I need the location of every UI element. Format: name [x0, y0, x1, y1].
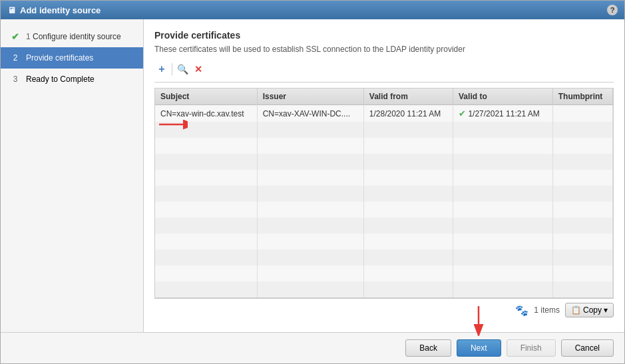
- main-content: Provide certificates These certificates …: [144, 19, 624, 332]
- toolbar: + 🔍 ✕: [154, 62, 614, 83]
- empty-row: [155, 266, 613, 281]
- valid-icon: ✔: [459, 108, 466, 118]
- empty-row: [155, 218, 613, 234]
- next-arrow-container: Next: [457, 339, 501, 357]
- help-icon[interactable]: ?: [607, 5, 618, 15]
- cell-valid-from: 1/28/2020 11:21 AM: [363, 105, 453, 122]
- empty-row: [155, 281, 613, 297]
- add-identity-source-dialog: 🖥 Add identity source ? ✔ 1 Configure id…: [0, 0, 625, 364]
- dialog-body: ✔ 1 Configure identity source 2 Provide …: [1, 19, 624, 332]
- next-arrow-indicator: [469, 303, 489, 336]
- delete-icon: ✕: [194, 64, 202, 75]
- step3-icon: 3: [10, 74, 21, 85]
- delete-button[interactable]: ✕: [191, 62, 206, 77]
- add-icon: +: [158, 63, 164, 75]
- dialog-title: Add identity source: [20, 5, 101, 15]
- items-count: 1 items: [534, 305, 560, 315]
- col-issuer: Issuer: [257, 89, 363, 105]
- step1-icon: ✔: [10, 31, 21, 42]
- section-title: Provide certificates: [154, 30, 614, 41]
- cell-issuer: CN=xav-XAV-WIN-DC....: [257, 105, 363, 122]
- sidebar-item-label-3: Ready to Complete: [26, 75, 95, 84]
- empty-row: [155, 202, 613, 218]
- col-valid-to: Valid to: [453, 89, 553, 105]
- table-footer-icon: 🐾: [515, 304, 528, 317]
- section-desc: These certificates will be used to estab…: [154, 45, 614, 54]
- sidebar-item-complete[interactable]: 3 Ready to Complete: [1, 69, 143, 90]
- cell-valid-to: ✔ 1/27/2021 11:21 AM: [453, 105, 553, 122]
- check-icon: ✔: [11, 31, 19, 42]
- empty-row: [155, 170, 613, 186]
- copy-label: Copy: [583, 305, 602, 315]
- add-button[interactable]: +: [154, 62, 169, 77]
- copy-icon: 📋: [571, 305, 581, 315]
- finish-button: Finish: [507, 339, 556, 357]
- cell-thumbprint: [552, 105, 612, 122]
- table-container: Subject Issuer Valid from Valid to Thumb…: [154, 88, 614, 298]
- back-button[interactable]: Back: [405, 339, 451, 357]
- table-section: Subject Issuer Valid from Valid to Thumb…: [154, 88, 614, 321]
- sidebar-item-label-1: 1 Configure identity source: [26, 32, 121, 41]
- empty-row: [155, 250, 613, 266]
- search-button[interactable]: 🔍: [175, 62, 190, 77]
- copy-dropdown-icon: ▾: [604, 305, 608, 315]
- empty-row: [155, 138, 613, 154]
- cell-valid-to-text: 1/27/2021 11:21 AM: [468, 109, 539, 118]
- sidebar-item-certificates[interactable]: 2 Provide certificates: [1, 47, 143, 69]
- empty-row: [155, 154, 613, 170]
- dialog-icon: 🖥: [7, 5, 16, 15]
- copy-button[interactable]: 📋 Copy ▾: [565, 303, 614, 317]
- sidebar: ✔ 1 Configure identity source 2 Provide …: [1, 19, 144, 332]
- sidebar-item-label-2: Provide certificates: [26, 53, 93, 63]
- table-header-row: Subject Issuer Valid from Valid to Thumb…: [155, 89, 613, 105]
- table-footer: 🐾 1 items 📋 Copy ▾: [154, 298, 614, 321]
- table-row[interactable]: CN=xav-win-dc.xav.test CN=xav-XAV-WIN-DC…: [155, 105, 613, 122]
- empty-row: [155, 122, 613, 138]
- col-valid-from: Valid from: [363, 89, 453, 105]
- empty-row: [155, 186, 613, 202]
- dialog-footer: Back Next Finish Cancel: [1, 332, 624, 363]
- toolbar-separator: [172, 63, 172, 75]
- title-left: 🖥 Add identity source: [7, 5, 101, 15]
- step2-number: 2: [13, 53, 18, 63]
- certificates-table: Subject Issuer Valid from Valid to Thumb…: [155, 89, 613, 298]
- col-thumbprint: Thumbprint: [552, 89, 612, 105]
- next-button[interactable]: Next: [457, 339, 501, 357]
- dialog-title-bar: 🖥 Add identity source ?: [1, 1, 624, 19]
- cancel-button[interactable]: Cancel: [561, 339, 614, 357]
- col-subject: Subject: [155, 89, 257, 105]
- sidebar-item-configure[interactable]: ✔ 1 Configure identity source: [1, 26, 143, 47]
- row-arrow-indicator: [158, 114, 188, 134]
- search-icon: 🔍: [177, 64, 188, 75]
- step3-number: 3: [13, 75, 18, 84]
- step1-number: 1: [26, 32, 33, 41]
- empty-row: [155, 234, 613, 250]
- step2-icon: 2: [10, 53, 21, 63]
